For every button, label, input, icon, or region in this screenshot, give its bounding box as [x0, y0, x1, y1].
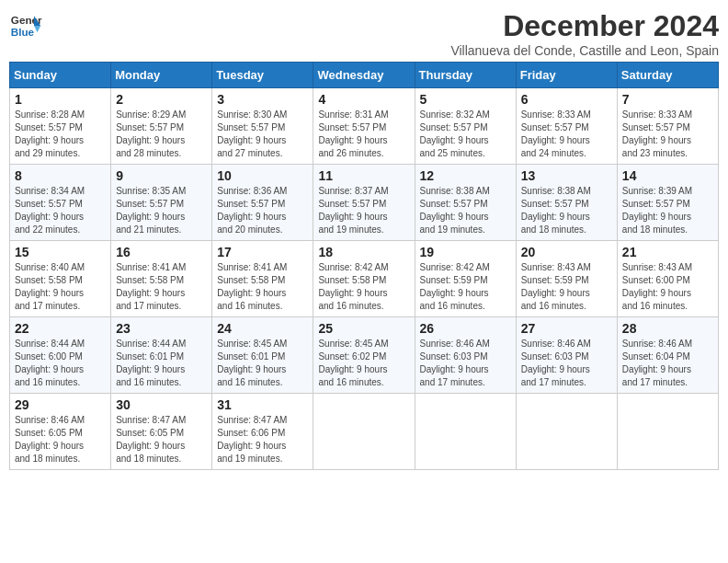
svg-marker-3 [34, 26, 40, 32]
weekday-header-thursday: Thursday [415, 63, 516, 88]
day-info: Sunrise: 8:46 AM Sunset: 6:04 PM Dayligh… [622, 338, 713, 389]
day-info: Sunrise: 8:42 AM Sunset: 5:59 PM Dayligh… [420, 261, 511, 313]
logo: General Blue [9, 9, 42, 42]
day-info: Sunrise: 8:41 AM Sunset: 5:58 PM Dayligh… [116, 261, 207, 313]
day-info: Sunrise: 8:33 AM Sunset: 5:57 PM Dayligh… [521, 109, 612, 160]
week-row-1: 1Sunrise: 8:28 AM Sunset: 5:57 PM Daylig… [10, 88, 719, 165]
day-info: Sunrise: 8:45 AM Sunset: 6:01 PM Dayligh… [217, 338, 308, 389]
weekday-header-monday: Monday [111, 63, 212, 88]
calendar-cell: 15Sunrise: 8:40 AM Sunset: 5:58 PM Dayli… [10, 241, 111, 317]
location-subtitle: Villanueva del Conde, Castille and Leon,… [450, 43, 719, 58]
calendar-cell: 9Sunrise: 8:35 AM Sunset: 5:57 PM Daylig… [111, 165, 212, 241]
calendar-cell [313, 394, 415, 470]
day-info: Sunrise: 8:40 AM Sunset: 5:58 PM Dayligh… [15, 261, 106, 313]
day-info: Sunrise: 8:38 AM Sunset: 5:57 PM Dayligh… [420, 185, 511, 236]
calendar-cell: 25Sunrise: 8:45 AM Sunset: 6:02 PM Dayli… [313, 317, 415, 394]
day-number: 29 [15, 397, 106, 412]
calendar-cell: 4Sunrise: 8:31 AM Sunset: 5:57 PM Daylig… [313, 88, 415, 165]
day-number: 3 [217, 92, 308, 107]
calendar-cell: 7Sunrise: 8:33 AM Sunset: 5:57 PM Daylig… [617, 88, 718, 165]
calendar-cell [617, 394, 718, 470]
day-number: 18 [318, 245, 409, 259]
calendar-cell: 31Sunrise: 8:47 AM Sunset: 6:06 PM Dayli… [212, 394, 313, 470]
day-info: Sunrise: 8:44 AM Sunset: 6:00 PM Dayligh… [15, 338, 106, 389]
calendar-cell: 18Sunrise: 8:42 AM Sunset: 5:58 PM Dayli… [313, 241, 415, 317]
day-info: Sunrise: 8:47 AM Sunset: 6:06 PM Dayligh… [217, 414, 308, 465]
week-row-4: 22Sunrise: 8:44 AM Sunset: 6:00 PM Dayli… [10, 317, 719, 394]
weekday-header-tuesday: Tuesday [212, 63, 313, 88]
day-number: 24 [217, 321, 308, 336]
day-number: 19 [420, 245, 511, 259]
day-info: Sunrise: 8:46 AM Sunset: 6:05 PM Dayligh… [15, 414, 106, 465]
day-info: Sunrise: 8:46 AM Sunset: 6:03 PM Dayligh… [420, 338, 511, 389]
day-info: Sunrise: 8:45 AM Sunset: 6:02 PM Dayligh… [318, 338, 409, 389]
page-header: General Blue December 2024 Villanueva de… [9, 9, 719, 58]
week-row-2: 8Sunrise: 8:34 AM Sunset: 5:57 PM Daylig… [10, 165, 719, 241]
calendar-cell: 28Sunrise: 8:46 AM Sunset: 6:04 PM Dayli… [617, 317, 718, 394]
calendar-cell: 17Sunrise: 8:41 AM Sunset: 5:58 PM Dayli… [212, 241, 313, 317]
calendar-cell: 1Sunrise: 8:28 AM Sunset: 5:57 PM Daylig… [10, 88, 111, 165]
day-info: Sunrise: 8:28 AM Sunset: 5:57 PM Dayligh… [15, 109, 106, 160]
day-number: 30 [116, 397, 207, 412]
calendar-cell: 20Sunrise: 8:43 AM Sunset: 5:59 PM Dayli… [516, 241, 617, 317]
calendar-cell: 21Sunrise: 8:43 AM Sunset: 6:00 PM Dayli… [617, 241, 718, 317]
month-title: December 2024 [450, 9, 719, 43]
day-info: Sunrise: 8:47 AM Sunset: 6:05 PM Dayligh… [116, 414, 207, 465]
day-number: 9 [116, 168, 207, 183]
day-number: 14 [622, 168, 713, 183]
week-row-3: 15Sunrise: 8:40 AM Sunset: 5:58 PM Dayli… [10, 241, 719, 317]
calendar-cell: 24Sunrise: 8:45 AM Sunset: 6:01 PM Dayli… [212, 317, 313, 394]
day-info: Sunrise: 8:43 AM Sunset: 5:59 PM Dayligh… [521, 261, 612, 313]
day-number: 15 [15, 245, 106, 259]
weekday-header-saturday: Saturday [617, 63, 718, 88]
day-number: 13 [521, 168, 612, 183]
day-number: 26 [420, 321, 511, 336]
day-info: Sunrise: 8:44 AM Sunset: 6:01 PM Dayligh… [116, 338, 207, 389]
week-row-5: 29Sunrise: 8:46 AM Sunset: 6:05 PM Dayli… [10, 394, 719, 470]
calendar-cell: 6Sunrise: 8:33 AM Sunset: 5:57 PM Daylig… [516, 88, 617, 165]
weekday-header-sunday: Sunday [10, 63, 111, 88]
day-info: Sunrise: 8:36 AM Sunset: 5:57 PM Dayligh… [217, 185, 308, 236]
title-area: December 2024 Villanueva del Conde, Cast… [450, 9, 719, 58]
day-info: Sunrise: 8:38 AM Sunset: 5:57 PM Dayligh… [521, 185, 612, 236]
calendar-cell: 29Sunrise: 8:46 AM Sunset: 6:05 PM Dayli… [10, 394, 111, 470]
calendar-cell: 30Sunrise: 8:47 AM Sunset: 6:05 PM Dayli… [111, 394, 212, 470]
calendar-cell [516, 394, 617, 470]
day-info: Sunrise: 8:32 AM Sunset: 5:57 PM Dayligh… [420, 109, 511, 160]
weekday-header-friday: Friday [516, 63, 617, 88]
calendar-cell: 23Sunrise: 8:44 AM Sunset: 6:01 PM Dayli… [111, 317, 212, 394]
calendar-cell: 27Sunrise: 8:46 AM Sunset: 6:03 PM Dayli… [516, 317, 617, 394]
day-info: Sunrise: 8:39 AM Sunset: 5:57 PM Dayligh… [622, 185, 713, 236]
day-info: Sunrise: 8:33 AM Sunset: 5:57 PM Dayligh… [622, 109, 713, 160]
day-number: 23 [116, 321, 207, 336]
calendar-cell: 26Sunrise: 8:46 AM Sunset: 6:03 PM Dayli… [415, 317, 516, 394]
calendar-cell: 2Sunrise: 8:29 AM Sunset: 5:57 PM Daylig… [111, 88, 212, 165]
logo-icon: General Blue [9, 9, 42, 42]
svg-text:Blue: Blue [11, 26, 35, 38]
day-info: Sunrise: 8:35 AM Sunset: 5:57 PM Dayligh… [116, 185, 207, 236]
day-info: Sunrise: 8:29 AM Sunset: 5:57 PM Dayligh… [116, 109, 207, 160]
day-info: Sunrise: 8:37 AM Sunset: 5:57 PM Dayligh… [318, 185, 409, 236]
day-number: 16 [116, 245, 207, 259]
day-info: Sunrise: 8:30 AM Sunset: 5:57 PM Dayligh… [217, 109, 308, 160]
day-number: 4 [318, 92, 409, 107]
day-number: 10 [217, 168, 308, 183]
day-number: 8 [15, 168, 106, 183]
day-number: 1 [15, 92, 106, 107]
calendar-cell: 5Sunrise: 8:32 AM Sunset: 5:57 PM Daylig… [415, 88, 516, 165]
weekday-header-row: SundayMondayTuesdayWednesdayThursdayFrid… [10, 63, 719, 88]
calendar-cell: 3Sunrise: 8:30 AM Sunset: 5:57 PM Daylig… [212, 88, 313, 165]
calendar-cell [415, 394, 516, 470]
day-number: 25 [318, 321, 409, 336]
calendar-cell: 16Sunrise: 8:41 AM Sunset: 5:58 PM Dayli… [111, 241, 212, 317]
calendar-cell: 12Sunrise: 8:38 AM Sunset: 5:57 PM Dayli… [415, 165, 516, 241]
day-number: 12 [420, 168, 511, 183]
calendar-cell: 14Sunrise: 8:39 AM Sunset: 5:57 PM Dayli… [617, 165, 718, 241]
calendar-cell: 22Sunrise: 8:44 AM Sunset: 6:00 PM Dayli… [10, 317, 111, 394]
day-number: 21 [622, 245, 713, 259]
day-number: 6 [521, 92, 612, 107]
day-info: Sunrise: 8:34 AM Sunset: 5:57 PM Dayligh… [15, 185, 106, 236]
day-number: 20 [521, 245, 612, 259]
calendar-cell: 13Sunrise: 8:38 AM Sunset: 5:57 PM Dayli… [516, 165, 617, 241]
calendar-cell: 19Sunrise: 8:42 AM Sunset: 5:59 PM Dayli… [415, 241, 516, 317]
